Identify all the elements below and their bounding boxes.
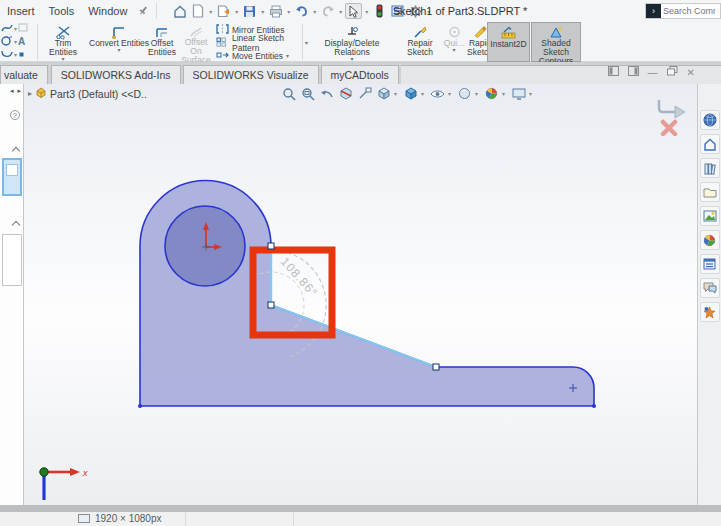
status-divider-strip <box>0 505 721 512</box>
section-collapse-icon[interactable] <box>12 147 20 155</box>
tab-solidworks-visualize[interactable]: SOLIDWORKS Visualize <box>183 65 319 84</box>
arc-tool-icon[interactable] <box>1 49 13 61</box>
axis-x-label: x <box>82 468 88 478</box>
view-palette-icon[interactable] <box>700 206 720 226</box>
toolbar-separator <box>302 24 303 60</box>
tab-visualize-label: SOLIDWORKS Visualize <box>193 69 309 81</box>
offset-on-surface-label: Offset On Surface <box>178 38 214 65</box>
menu-window[interactable]: Window <box>81 5 134 17</box>
spline-dropdown-icon[interactable]: ▾ <box>14 25 17 32</box>
pin-menu-icon[interactable] <box>136 3 151 19</box>
sketch-endpoint[interactable] <box>138 404 142 408</box>
menu-insert[interactable]: Insert <box>0 5 42 17</box>
display-delete-relations-button[interactable]: Display/Delete Relations ▾ <box>306 22 398 62</box>
arc-dropdown-icon[interactable]: ▾ <box>14 51 17 58</box>
forum-icon[interactable] <box>700 278 720 298</box>
tab-mycadtools[interactable]: myCADtools <box>321 65 399 84</box>
display-delete-relations-icon <box>345 25 359 39</box>
linear-sketch-pattern-icon <box>216 37 229 49</box>
open-dropdown-icon[interactable]: ▾ <box>233 8 240 15</box>
convert-entities-dropdown-icon[interactable]: ▾ <box>117 48 120 53</box>
sketch-canvas-svg: 108.86° <box>24 84 697 505</box>
home-icon[interactable] <box>171 3 188 19</box>
move-entities-button[interactable]: Move Entities ▾ <box>216 49 308 62</box>
new-document-icon[interactable] <box>189 3 206 19</box>
solidworks-window: Insert Tools Window ▾ ▾ ▾ ▾ ▾ <box>0 0 721 526</box>
print-dropdown-icon[interactable]: ▾ <box>285 8 292 15</box>
tab-evaluate[interactable]: valuate <box>0 65 48 84</box>
preview-thumbnail[interactable] <box>2 158 22 196</box>
convert-entities-button[interactable]: Convert Entities ▾ <box>88 22 150 62</box>
pane-left-icon[interactable] <box>608 66 619 78</box>
rectangle-tool-icon <box>18 23 28 34</box>
tab-mycadtools-label: myCADtools <box>331 69 389 81</box>
sketch-endpoint[interactable] <box>592 404 596 408</box>
text-tool-icon[interactable]: A <box>18 36 25 47</box>
custom-properties-icon[interactable] <box>700 254 720 274</box>
print-icon[interactable] <box>267 3 284 19</box>
document-window-controls: — ✕ <box>608 66 695 78</box>
resources-globe-icon[interactable] <box>700 110 720 130</box>
convert-entities-icon <box>112 25 126 39</box>
status-separator <box>185 512 186 526</box>
offset-entities-button[interactable]: Offset Entities <box>146 22 178 62</box>
command-manager-tabs: valuate SOLIDWORKS Add-Ins SOLIDWORKS Vi… <box>0 62 721 84</box>
property-manager-panel: ◂ ▸ ? <box>0 84 24 505</box>
help-icon[interactable]: ? <box>10 110 20 120</box>
open-icon[interactable] <box>215 3 232 19</box>
new-document-dropdown-icon[interactable]: ▾ <box>207 8 214 15</box>
mirror-entities-icon <box>216 24 229 36</box>
move-entities-icon <box>216 50 229 62</box>
file-explorer-folder-icon[interactable] <box>700 182 720 202</box>
menu-tools[interactable]: Tools <box>42 5 82 17</box>
value-box[interactable] <box>2 234 22 286</box>
search-logo-icon[interactable]: › <box>646 4 661 18</box>
task-pane <box>697 84 721 505</box>
trim-entities-button[interactable]: Trim Entities ▾ <box>40 22 86 62</box>
move-entities-label: Move Entities <box>232 51 283 61</box>
shaded-sketch-contours-button[interactable]: Shaded Sketch Contours <box>531 22 581 62</box>
search-input[interactable] <box>661 5 717 17</box>
repair-sketch-button[interactable]: Repair Sketch <box>400 22 440 62</box>
save-dropdown-icon[interactable]: ▾ <box>259 8 266 15</box>
redo-icon[interactable] <box>319 3 336 19</box>
undo-dropdown-icon[interactable]: ▾ <box>311 8 318 15</box>
undo-icon[interactable] <box>293 3 310 19</box>
sketch-entity-minicolumn: ▾ ▾ A ▾ <box>0 22 36 62</box>
minimize-icon[interactable]: — <box>648 67 658 78</box>
close-icon[interactable]: ✕ <box>687 67 695 78</box>
offset-entities-label: Offset Entities <box>146 39 178 57</box>
instant2d-button[interactable]: Instant2D <box>487 22 530 62</box>
ellipse-tool-icon[interactable] <box>1 36 13 48</box>
graphics-area[interactable]: ▸ Part3 (Default) <<D.. ▾ ▾ ▾ ▾ ▾ <box>24 84 697 505</box>
angle-dimension-text[interactable]: 108.86° <box>278 255 321 300</box>
trim-entities-icon <box>56 25 71 39</box>
appearances-ball-icon[interactable] <box>700 230 720 250</box>
linear-sketch-pattern-button[interactable]: Linear Sketch Pattern ▾ <box>216 36 308 49</box>
toolbar-separator <box>37 24 38 60</box>
restore-icon[interactable] <box>667 66 678 78</box>
display-delete-relations-label: Display/Delete Relations <box>306 39 398 57</box>
design-library-home-icon[interactable] <box>700 134 720 154</box>
section-collapse-icon[interactable] <box>12 221 20 229</box>
point-tool-icon[interactable] <box>18 50 25 60</box>
xpress-products-icon[interactable] <box>700 302 720 322</box>
ellipse-dropdown-icon[interactable]: ▾ <box>14 38 17 45</box>
library-icon[interactable] <box>700 158 720 178</box>
resolution-text: 1920 × 1080px <box>95 513 161 524</box>
search-box[interactable]: › <box>645 3 721 19</box>
main-area: ◂ ▸ ? ▸ Part3 (Default) <<D.. ▾ <box>0 84 721 505</box>
command-manager-toolbar: ▾ ▾ A ▾ Trim Entities ▾ Convert Entities <box>0 22 721 62</box>
tab-add-ins-label: SOLIDWORKS Add-Ins <box>61 69 171 81</box>
pane-right-icon[interactable] <box>628 66 639 78</box>
title-bar: Insert Tools Window ▾ ▾ ▾ ▾ ▾ <box>0 0 721 22</box>
panel-nav-arrows[interactable]: ◂ ▸ <box>10 87 22 95</box>
save-icon[interactable] <box>241 3 258 19</box>
spline-tool-icon[interactable] <box>1 23 13 35</box>
resolution-indicator: 1920 × 1080px <box>78 513 161 524</box>
tab-solidworks-add-ins[interactable]: SOLIDWORKS Add-Ins <box>51 65 181 84</box>
instant2d-label: Instant2D <box>490 40 526 49</box>
instant2d-icon <box>501 26 516 40</box>
move-entities-dropdown-icon[interactable]: ▾ <box>286 52 289 59</box>
sketch-circle[interactable] <box>165 206 245 286</box>
